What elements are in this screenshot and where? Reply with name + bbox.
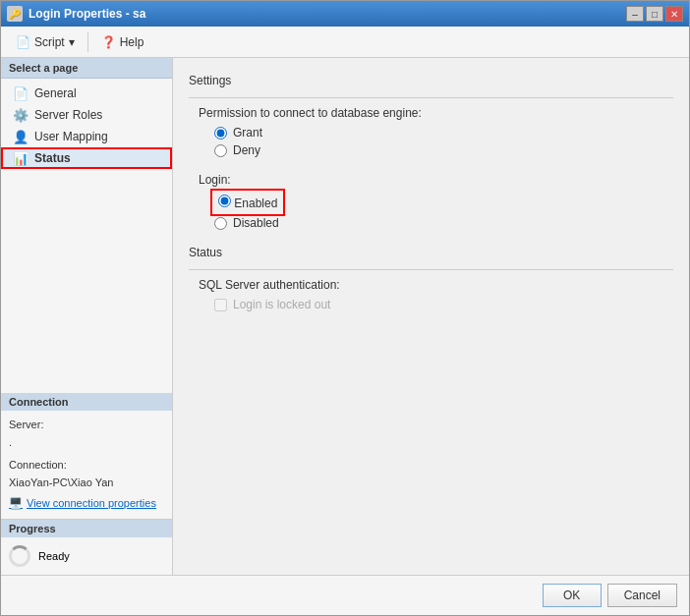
login-label: Login: bbox=[199, 173, 673, 187]
enabled-radio[interactable] bbox=[218, 195, 231, 207]
script-dropdown-icon: ▾ bbox=[69, 35, 75, 49]
progress-status: Ready bbox=[38, 550, 70, 562]
server-value: . bbox=[9, 434, 164, 452]
progress-section-header: Progress bbox=[1, 520, 172, 537]
connection-value: XiaoYan-PC\Xiao Yan bbox=[9, 475, 164, 492]
permission-label: Permission to connect to database engine… bbox=[199, 106, 673, 120]
disabled-radio[interactable] bbox=[214, 217, 227, 230]
right-panel: Settings Permission to connect to databa… bbox=[173, 58, 689, 575]
title-bar-left: 🔑 Login Properties - sa bbox=[7, 6, 145, 22]
help-icon: ❓ bbox=[101, 35, 116, 49]
locked-out-item: Login is locked out bbox=[189, 298, 673, 311]
sidebar: Select a page 📄 General ⚙️ Server Roles … bbox=[1, 58, 173, 575]
sidebar-item-general[interactable]: 📄 General bbox=[1, 83, 172, 104]
window-title: Login Properties - sa bbox=[29, 7, 145, 21]
progress-spinner bbox=[9, 545, 30, 567]
disabled-option[interactable]: Disabled bbox=[214, 216, 673, 230]
sidebar-item-server-roles-label: Server Roles bbox=[34, 108, 102, 122]
permission-group: Permission to connect to database engine… bbox=[189, 106, 673, 157]
status-section: Status SQL Server authentication: Login … bbox=[189, 246, 673, 311]
view-connection-properties-link[interactable]: 🖥️ View connection properties bbox=[9, 495, 164, 513]
cancel-button[interactable]: Cancel bbox=[607, 584, 677, 607]
enabled-option[interactable]: Enabled bbox=[214, 193, 673, 212]
login-radio-group: Enabled Disabled bbox=[199, 193, 673, 230]
maximize-button[interactable]: □ bbox=[646, 6, 663, 22]
grant-radio[interactable] bbox=[214, 127, 227, 140]
status-icon: 📊 bbox=[13, 150, 29, 166]
sidebar-item-status[interactable]: 📊 Status bbox=[1, 147, 172, 169]
server-roles-icon: ⚙️ bbox=[13, 107, 29, 123]
locked-out-label: Login is locked out bbox=[233, 298, 330, 311]
connection-link-text: View connection properties bbox=[27, 495, 156, 513]
connection-content: Server: . Connection: XiaoYan-PC\Xiao Ya… bbox=[1, 411, 172, 519]
window-icon: 🔑 bbox=[7, 6, 23, 22]
main-window: 🔑 Login Properties - sa – □ ✕ 📄 Script ▾… bbox=[0, 0, 690, 616]
sidebar-items: 📄 General ⚙️ Server Roles 👤 User Mapping… bbox=[1, 79, 172, 173]
settings-title: Settings bbox=[189, 74, 673, 87]
connection-section-header: Connection bbox=[1, 393, 172, 411]
script-button[interactable]: 📄 Script ▾ bbox=[9, 32, 82, 52]
sidebar-item-user-mapping-label: User Mapping bbox=[34, 130, 108, 143]
permission-radio-group: Grant Deny bbox=[199, 126, 673, 157]
login-group: Login: Enabled Disabled bbox=[189, 173, 673, 230]
server-label: Server: bbox=[9, 417, 164, 434]
sql-auth-label: SQL Server authentication: bbox=[189, 278, 673, 292]
sidebar-item-status-label: Status bbox=[34, 151, 71, 165]
help-button[interactable]: ❓ Help bbox=[94, 32, 151, 52]
deny-label: Deny bbox=[233, 143, 260, 157]
sidebar-item-server-roles[interactable]: ⚙️ Server Roles bbox=[1, 104, 172, 126]
progress-content: Ready bbox=[1, 537, 172, 575]
title-bar: 🔑 Login Properties - sa – □ ✕ bbox=[1, 1, 689, 27]
grant-label: Grant bbox=[233, 126, 262, 140]
bottom-bar: OK Cancel bbox=[1, 575, 689, 615]
disabled-label: Disabled bbox=[233, 216, 279, 230]
connection-section: Connection Server: . Connection: XiaoYan… bbox=[1, 393, 172, 519]
deny-option[interactable]: Deny bbox=[214, 143, 673, 157]
deny-radio[interactable] bbox=[214, 144, 227, 157]
sidebar-bottom: Connection Server: . Connection: XiaoYan… bbox=[1, 173, 172, 575]
help-label: Help bbox=[120, 35, 144, 49]
sidebar-item-general-label: General bbox=[34, 86, 77, 100]
script-icon: 📄 bbox=[16, 35, 30, 49]
grant-option[interactable]: Grant bbox=[214, 126, 673, 140]
connection-label: Connection: bbox=[9, 457, 164, 475]
locked-out-checkbox bbox=[214, 299, 227, 311]
enabled-highlight: Enabled bbox=[214, 193, 281, 212]
script-label: Script bbox=[34, 35, 65, 49]
general-icon: 📄 bbox=[13, 85, 29, 101]
toolbar: 📄 Script ▾ ❓ Help bbox=[1, 27, 689, 58]
ok-button[interactable]: OK bbox=[543, 584, 602, 607]
minimize-button[interactable]: – bbox=[626, 6, 644, 22]
settings-divider bbox=[189, 97, 673, 98]
status-divider bbox=[189, 269, 673, 270]
progress-section: Progress Ready bbox=[1, 519, 172, 575]
sidebar-item-user-mapping[interactable]: 👤 User Mapping bbox=[1, 126, 172, 147]
user-mapping-icon: 👤 bbox=[13, 129, 29, 144]
enabled-label: Enabled bbox=[234, 196, 277, 210]
close-button[interactable]: ✕ bbox=[665, 6, 683, 22]
title-bar-buttons: – □ ✕ bbox=[626, 6, 683, 22]
main-content: Select a page 📄 General ⚙️ Server Roles … bbox=[1, 58, 689, 575]
toolbar-separator bbox=[87, 32, 88, 52]
status-section-title: Status bbox=[189, 246, 673, 259]
sidebar-section-title: Select a page bbox=[1, 58, 172, 79]
connection-link-icon: 🖥️ bbox=[9, 495, 23, 513]
